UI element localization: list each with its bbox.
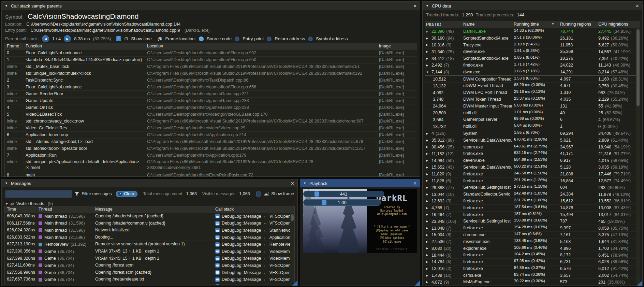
show-frame-checkbox[interactable] bbox=[256, 191, 261, 197]
callstack-list-icon[interactable] bbox=[215, 277, 220, 282]
cpu-process-row[interactable]: ▶11,152(12)firefox.exe632.15 ms (2.74%)4… bbox=[425, 150, 640, 157]
callstack-cell[interactable]: DebugLog::Message←VFS::Open bbox=[213, 269, 294, 276]
callstack-table-row[interactable]: inlinestd::unique_lock<std::mutex>::lock… bbox=[5, 70, 417, 77]
expand-icon[interactable]: ▶ bbox=[426, 64, 430, 67]
cpu-process-row[interactable]: ▶27,696(17)Microsoft.ServiceHub.Co48.06 … bbox=[425, 285, 640, 286]
expand-icon[interactable]: ▶ bbox=[426, 233, 430, 236]
callstack-table-row[interactable]: 1<lambda_84a19dc444fae966ca174e83e708bdc… bbox=[5, 56, 417, 63]
callstack-table-row[interactable]: inlinestd::chrono::steady_clock::nowC:\P… bbox=[5, 118, 417, 125]
expand-icon[interactable]: ▶ bbox=[426, 132, 430, 135]
resize-grip[interactable] bbox=[637, 281, 642, 286]
cpu-process-row[interactable]: ▶30,456(25)steam.exe643.61 ms (2.79%)34,… bbox=[425, 144, 640, 150]
cpu-process-row[interactable]: ▶22,396(49)DarkRL.exe14.33 s (62.06%)78,… bbox=[425, 28, 640, 35]
expand-icon[interactable]: ▶ bbox=[426, 227, 430, 230]
cpu-process-row[interactable]: ▶31,340(75)devenv.exe1.91 s (8.26%)35,36… bbox=[425, 48, 640, 55]
callstack-table-row[interactable]: inlineGame::RenderFloorC:\Users\wolf\Des… bbox=[5, 90, 417, 97]
cpu-process-row[interactable]: 24,964DWM Master Input Thread5.03 ms (0.… bbox=[425, 103, 640, 110]
frame-location-radio-entry-point[interactable] bbox=[235, 37, 239, 41]
expand-icon[interactable]: ▶ bbox=[6, 202, 8, 205]
callstack-cell[interactable]: DebugLog::Message←VideoMemo bbox=[213, 255, 294, 262]
cpu-process-row[interactable]: ▶13,044(10)StandardCollector.Servic242.4… bbox=[425, 191, 640, 198]
collapse-icon[interactable]: ▼ bbox=[5, 182, 8, 185]
filter-input[interactable] bbox=[5, 190, 72, 198]
scrollbar-thumb[interactable] bbox=[291, 214, 294, 221]
cpu-process-row[interactable]: ▶13,048(7)firefox.exe154.28 ms (0.67%)9,… bbox=[425, 225, 640, 231]
callstack-list-icon[interactable] bbox=[215, 242, 220, 247]
cpu-process-row[interactable]: ▶10,316(9)Tracy.exe2.18 s (9.45%)11,0585… bbox=[425, 42, 640, 48]
callstack-table-row[interactable]: 3Floor::CalcLightNoLuminanceC:\Users\wol… bbox=[5, 84, 417, 90]
expand-icon[interactable]: ▶ bbox=[426, 145, 430, 148]
cpu-process-row[interactable]: ▶4(126)System1.55 s (6.70%)69,29434,400(… bbox=[425, 130, 640, 137]
expand-icon[interactable]: ▶ bbox=[426, 220, 430, 223]
callstack-table-row[interactable]: 0Floor::CalcLightNoLuminanceC:\Users\wol… bbox=[5, 49, 417, 56]
cpu-process-row[interactable]: ▶12,016(2)firefox.exe84.89 ms (0.37%)6,5… bbox=[425, 265, 640, 272]
collapse-icon[interactable]: ▼ bbox=[5, 4, 8, 8]
callstack-cell[interactable]: DebugLog::Message←IntroMenu:: bbox=[213, 283, 294, 285]
collapse-icon[interactable]: ▼ bbox=[426, 71, 430, 74]
cpu-process-row[interactable]: ▶1,488(10)csrss.exe83.74 ms (0.36%)3,657… bbox=[425, 272, 640, 279]
expand-icon[interactable]: ▶ bbox=[426, 240, 430, 243]
message-row[interactable]: 627,399,326nsGame(36,704)VRAM 43x45: 15 … bbox=[5, 255, 294, 262]
callstack-list-icon[interactable] bbox=[215, 214, 220, 218]
expand-icon[interactable]: ▶ bbox=[426, 247, 430, 250]
callstack-cell[interactable]: DebugLog::Message←VFS::Open bbox=[213, 220, 294, 227]
close-icon[interactable]: ✕ bbox=[413, 181, 417, 186]
message-row[interactable]: 626,833,622nsMain thread(31,596)Booting.… bbox=[5, 234, 294, 241]
message-row[interactable]: 626,024,328nsMain thread(31,596)Network … bbox=[5, 227, 294, 234]
cpu-process-row[interactable]: 20,508ntdll.dll1.01 ms (0.00%)4025(62.50… bbox=[425, 110, 640, 116]
expand-icon[interactable]: ▶ bbox=[426, 173, 430, 176]
cpu-process-row[interactable]: ▶27,536(7)msvsmon.exe133.45 ms (0.58%)5,… bbox=[425, 238, 640, 245]
callstack-list-icon[interactable] bbox=[215, 263, 220, 268]
cpu-process-row[interactable]: ▶2,492(7)firefox.exe1.71 s (7.42%)24,022… bbox=[425, 62, 640, 69]
message-row[interactable]: 627,411,606nsGame(36,704)Opening /forest… bbox=[5, 262, 294, 269]
resize-grip[interactable] bbox=[415, 281, 420, 286]
callstack-cell[interactable]: DebugLog::Message←VFS::Open bbox=[213, 262, 294, 269]
column-header-function[interactable]: Function bbox=[23, 43, 145, 49]
cpu-process-row[interactable]: ▶4,768(7)firefox.exe187.54 ms (0.81%)14,… bbox=[425, 204, 640, 211]
expand-icon[interactable]: ▶ bbox=[426, 267, 430, 270]
cpu-process-row[interactable]: 3,564GameInput server69.68 us (0.00%)64(… bbox=[425, 116, 640, 123]
expand-icon[interactable]: ▶ bbox=[426, 30, 430, 33]
expand-icon[interactable]: ▶ bbox=[426, 281, 430, 284]
close-icon[interactable]: ✕ bbox=[413, 3, 417, 9]
frame-location-radio-return-address[interactable] bbox=[267, 37, 272, 41]
expand-icon[interactable]: ▶ bbox=[426, 166, 430, 169]
callstack-list-icon[interactable] bbox=[215, 235, 220, 240]
cpu-process-row[interactable]: ▼7,144(8)dwm.exe1.66 s (7.18%)14,2918,21… bbox=[425, 69, 640, 75]
message-row[interactable]: 606,049,398nsMain thread(31,596)Opening … bbox=[5, 213, 294, 220]
column-header-message[interactable]: Message bbox=[93, 206, 213, 213]
show-time-checkbox[interactable]: ✓ bbox=[116, 36, 121, 41]
message-row[interactable]: 627,313,190nsRemoteView(31,392)Remote vi… bbox=[5, 241, 294, 248]
column-header-image[interactable]: Image bbox=[377, 43, 417, 49]
expand-icon[interactable]: ▶ bbox=[426, 200, 430, 203]
cpu-process-row[interactable]: 13,732ntdll.dll5.84 us (0.00%)10(0.00%) bbox=[425, 123, 640, 130]
message-row[interactable]: 627,831,246nsGame(36,704)Intro menu load… bbox=[5, 283, 294, 285]
cpu-process-row[interactable]: ▶14,784(5)firefox.exe97.95 ms (0.42%)6,7… bbox=[425, 258, 640, 265]
expand-icon[interactable]: ▶ bbox=[426, 274, 430, 277]
column-header-cpu-migrations[interactable]: CPU migrations bbox=[596, 21, 640, 28]
cpu-process-row[interactable]: ▶12,692(9)firefox.exe231.76 ms (1.00%)15… bbox=[425, 198, 640, 204]
frame-image-slider[interactable]: 441 bbox=[303, 191, 384, 197]
expand-icon[interactable]: ▶ bbox=[426, 139, 430, 142]
callstack-table-row[interactable]: inlineGame::UpdateC:\Users\wolf\Desktop\… bbox=[5, 97, 417, 104]
cpu-process-row[interactable]: 3,748DWM Token Thread23.37 ms (0.10%)4,0… bbox=[425, 96, 640, 103]
callstack-cell[interactable]: DebugLog::Message←Application: bbox=[213, 234, 294, 241]
callstack-table-row[interactable]: 4Game::OnTickC:\Users\wolf\Desktop\darkr… bbox=[5, 104, 417, 111]
callstack-table-row[interactable]: 8mainC:\Users\wolf\Desktop\darkrl\src\En… bbox=[5, 172, 417, 177]
callstack-table-row[interactable]: 2TaskDispatch::SyncC:\Users\wolf\Desktop… bbox=[5, 77, 417, 84]
cpu-process-row[interactable]: ▶34,412(18)ScriptedSandbox64.exe1.85 s (… bbox=[425, 55, 640, 62]
callstack-list-icon[interactable] bbox=[215, 270, 220, 275]
expand-icon[interactable]: ▶ bbox=[426, 159, 430, 162]
callstack-table-row[interactable]: inlinestd::_Mutex_base::lockC:\Program F… bbox=[5, 63, 417, 70]
column-header-frame[interactable]: Frame bbox=[5, 43, 23, 49]
cpu-process-row[interactable]: ▶8,080(20)explorer.exe105.66 ms (0.46%)4… bbox=[425, 245, 640, 252]
callstack-table-row[interactable]: inlinestd::unique_ptr<Application,std::d… bbox=[5, 159, 417, 172]
callstack-table-row[interactable]: inlinestd::_Atomic_storage<bool,1>::load… bbox=[5, 138, 417, 145]
callstack-cell[interactable]: DebugLog::Message←VFS::Open bbox=[213, 213, 294, 220]
message-row[interactable]: 627,667,736nsGame(36,704)Opening /meta/r… bbox=[5, 276, 294, 283]
frame-location-radio-symbol-address[interactable] bbox=[308, 37, 313, 41]
expand-icon[interactable]: ▶ bbox=[426, 186, 430, 189]
expand-icon[interactable]: ▶ bbox=[426, 260, 430, 263]
expand-icon[interactable]: ▶ bbox=[426, 152, 430, 155]
expand-icon[interactable]: ▶ bbox=[426, 50, 430, 53]
